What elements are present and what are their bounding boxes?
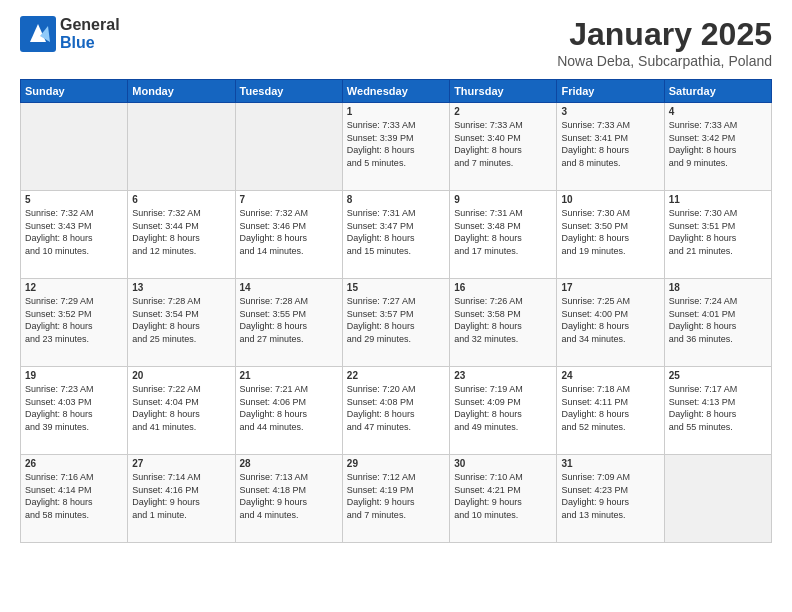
day-detail: Sunrise: 7:16 AM Sunset: 4:14 PM Dayligh… <box>25 471 123 521</box>
weekday-header-row: Sunday Monday Tuesday Wednesday Thursday… <box>21 80 772 103</box>
header-friday: Friday <box>557 80 664 103</box>
day-number: 17 <box>561 282 659 293</box>
location-title: Nowa Deba, Subcarpathia, Poland <box>557 53 772 69</box>
table-row: 21Sunrise: 7:21 AM Sunset: 4:06 PM Dayli… <box>235 367 342 455</box>
day-detail: Sunrise: 7:33 AM Sunset: 3:40 PM Dayligh… <box>454 119 552 169</box>
header: General Blue January 2025 Nowa Deba, Sub… <box>20 16 772 69</box>
day-detail: Sunrise: 7:31 AM Sunset: 3:48 PM Dayligh… <box>454 207 552 257</box>
table-row: 10Sunrise: 7:30 AM Sunset: 3:50 PM Dayli… <box>557 191 664 279</box>
header-tuesday: Tuesday <box>235 80 342 103</box>
header-sunday: Sunday <box>21 80 128 103</box>
table-row: 3Sunrise: 7:33 AM Sunset: 3:41 PM Daylig… <box>557 103 664 191</box>
title-area: January 2025 Nowa Deba, Subcarpathia, Po… <box>557 16 772 69</box>
table-row: 12Sunrise: 7:29 AM Sunset: 3:52 PM Dayli… <box>21 279 128 367</box>
day-detail: Sunrise: 7:21 AM Sunset: 4:06 PM Dayligh… <box>240 383 338 433</box>
table-row: 16Sunrise: 7:26 AM Sunset: 3:58 PM Dayli… <box>450 279 557 367</box>
table-row: 2Sunrise: 7:33 AM Sunset: 3:40 PM Daylig… <box>450 103 557 191</box>
day-number: 7 <box>240 194 338 205</box>
logo-text: General Blue <box>60 16 120 52</box>
day-number: 8 <box>347 194 445 205</box>
day-number: 4 <box>669 106 767 117</box>
day-number: 21 <box>240 370 338 381</box>
table-row: 17Sunrise: 7:25 AM Sunset: 4:00 PM Dayli… <box>557 279 664 367</box>
day-detail: Sunrise: 7:19 AM Sunset: 4:09 PM Dayligh… <box>454 383 552 433</box>
day-detail: Sunrise: 7:20 AM Sunset: 4:08 PM Dayligh… <box>347 383 445 433</box>
day-detail: Sunrise: 7:33 AM Sunset: 3:39 PM Dayligh… <box>347 119 445 169</box>
table-row: 23Sunrise: 7:19 AM Sunset: 4:09 PM Dayli… <box>450 367 557 455</box>
day-detail: Sunrise: 7:10 AM Sunset: 4:21 PM Dayligh… <box>454 471 552 521</box>
table-row: 6Sunrise: 7:32 AM Sunset: 3:44 PM Daylig… <box>128 191 235 279</box>
table-row: 30Sunrise: 7:10 AM Sunset: 4:21 PM Dayli… <box>450 455 557 543</box>
day-detail: Sunrise: 7:28 AM Sunset: 3:55 PM Dayligh… <box>240 295 338 345</box>
calendar-week-row: 1Sunrise: 7:33 AM Sunset: 3:39 PM Daylig… <box>21 103 772 191</box>
day-number: 10 <box>561 194 659 205</box>
day-number: 12 <box>25 282 123 293</box>
calendar-week-row: 19Sunrise: 7:23 AM Sunset: 4:03 PM Dayli… <box>21 367 772 455</box>
logo-icon <box>20 16 56 52</box>
day-number: 2 <box>454 106 552 117</box>
calendar-week-row: 5Sunrise: 7:32 AM Sunset: 3:43 PM Daylig… <box>21 191 772 279</box>
table-row: 9Sunrise: 7:31 AM Sunset: 3:48 PM Daylig… <box>450 191 557 279</box>
table-row: 14Sunrise: 7:28 AM Sunset: 3:55 PM Dayli… <box>235 279 342 367</box>
day-detail: Sunrise: 7:26 AM Sunset: 3:58 PM Dayligh… <box>454 295 552 345</box>
day-detail: Sunrise: 7:14 AM Sunset: 4:16 PM Dayligh… <box>132 471 230 521</box>
logo-blue: Blue <box>60 34 95 51</box>
day-detail: Sunrise: 7:27 AM Sunset: 3:57 PM Dayligh… <box>347 295 445 345</box>
table-row: 29Sunrise: 7:12 AM Sunset: 4:19 PM Dayli… <box>342 455 449 543</box>
table-row <box>21 103 128 191</box>
header-thursday: Thursday <box>450 80 557 103</box>
day-detail: Sunrise: 7:09 AM Sunset: 4:23 PM Dayligh… <box>561 471 659 521</box>
table-row: 19Sunrise: 7:23 AM Sunset: 4:03 PM Dayli… <box>21 367 128 455</box>
day-number: 29 <box>347 458 445 469</box>
table-row <box>664 455 771 543</box>
table-row: 31Sunrise: 7:09 AM Sunset: 4:23 PM Dayli… <box>557 455 664 543</box>
table-row: 11Sunrise: 7:30 AM Sunset: 3:51 PM Dayli… <box>664 191 771 279</box>
table-row: 28Sunrise: 7:13 AM Sunset: 4:18 PM Dayli… <box>235 455 342 543</box>
day-detail: Sunrise: 7:23 AM Sunset: 4:03 PM Dayligh… <box>25 383 123 433</box>
table-row <box>235 103 342 191</box>
logo: General Blue <box>20 16 120 52</box>
table-row: 24Sunrise: 7:18 AM Sunset: 4:11 PM Dayli… <box>557 367 664 455</box>
table-row: 18Sunrise: 7:24 AM Sunset: 4:01 PM Dayli… <box>664 279 771 367</box>
day-number: 28 <box>240 458 338 469</box>
table-row: 1Sunrise: 7:33 AM Sunset: 3:39 PM Daylig… <box>342 103 449 191</box>
logo-general: General <box>60 16 120 33</box>
day-number: 5 <box>25 194 123 205</box>
table-row: 20Sunrise: 7:22 AM Sunset: 4:04 PM Dayli… <box>128 367 235 455</box>
table-row: 8Sunrise: 7:31 AM Sunset: 3:47 PM Daylig… <box>342 191 449 279</box>
day-number: 9 <box>454 194 552 205</box>
day-detail: Sunrise: 7:17 AM Sunset: 4:13 PM Dayligh… <box>669 383 767 433</box>
day-number: 1 <box>347 106 445 117</box>
month-title: January 2025 <box>557 16 772 53</box>
day-detail: Sunrise: 7:33 AM Sunset: 3:42 PM Dayligh… <box>669 119 767 169</box>
day-number: 18 <box>669 282 767 293</box>
table-row <box>128 103 235 191</box>
day-number: 14 <box>240 282 338 293</box>
header-monday: Monday <box>128 80 235 103</box>
day-number: 26 <box>25 458 123 469</box>
day-number: 15 <box>347 282 445 293</box>
day-detail: Sunrise: 7:31 AM Sunset: 3:47 PM Dayligh… <box>347 207 445 257</box>
day-detail: Sunrise: 7:28 AM Sunset: 3:54 PM Dayligh… <box>132 295 230 345</box>
day-number: 6 <box>132 194 230 205</box>
table-row: 25Sunrise: 7:17 AM Sunset: 4:13 PM Dayli… <box>664 367 771 455</box>
table-row: 7Sunrise: 7:32 AM Sunset: 3:46 PM Daylig… <box>235 191 342 279</box>
day-number: 31 <box>561 458 659 469</box>
day-number: 16 <box>454 282 552 293</box>
day-number: 27 <box>132 458 230 469</box>
table-row: 27Sunrise: 7:14 AM Sunset: 4:16 PM Dayli… <box>128 455 235 543</box>
day-detail: Sunrise: 7:22 AM Sunset: 4:04 PM Dayligh… <box>132 383 230 433</box>
day-number: 13 <box>132 282 230 293</box>
day-detail: Sunrise: 7:13 AM Sunset: 4:18 PM Dayligh… <box>240 471 338 521</box>
day-number: 23 <box>454 370 552 381</box>
day-number: 20 <box>132 370 230 381</box>
day-detail: Sunrise: 7:30 AM Sunset: 3:50 PM Dayligh… <box>561 207 659 257</box>
table-row: 13Sunrise: 7:28 AM Sunset: 3:54 PM Dayli… <box>128 279 235 367</box>
table-row: 26Sunrise: 7:16 AM Sunset: 4:14 PM Dayli… <box>21 455 128 543</box>
day-detail: Sunrise: 7:32 AM Sunset: 3:43 PM Dayligh… <box>25 207 123 257</box>
header-saturday: Saturday <box>664 80 771 103</box>
day-detail: Sunrise: 7:29 AM Sunset: 3:52 PM Dayligh… <box>25 295 123 345</box>
header-wednesday: Wednesday <box>342 80 449 103</box>
day-detail: Sunrise: 7:32 AM Sunset: 3:46 PM Dayligh… <box>240 207 338 257</box>
day-number: 11 <box>669 194 767 205</box>
